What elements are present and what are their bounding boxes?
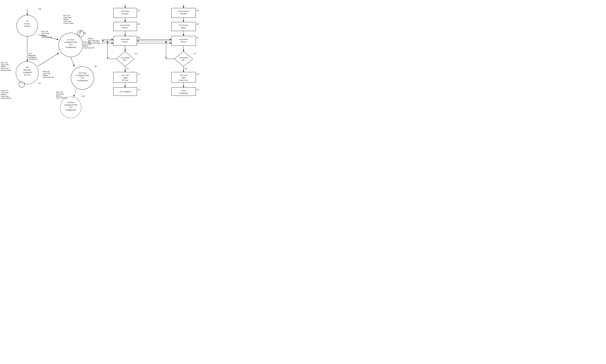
svg-text:Client Conf.: Client Conf. (179, 79, 188, 81)
label-190: 190 (38, 8, 41, 10)
svg-text:Configuration: Configuration (65, 109, 76, 111)
svg-text:Configured: Configured (23, 71, 32, 73)
svg-text:119: 119 (196, 73, 199, 75)
svg-text:No: No (107, 56, 109, 59)
node-190-text: AP (26, 20, 28, 22)
svg-text:AP's: AP's (81, 77, 84, 79)
svg-text:107: 107 (196, 23, 199, 25)
svg-text:Auto Link OK: Auto Link OK (83, 47, 94, 49)
svg-text:105: 105 (137, 23, 140, 25)
svg-text:Save and: Save and (122, 74, 129, 76)
svg-text:123: 123 (196, 89, 199, 91)
svg-text:AP Conf.: AP Conf. (122, 79, 129, 81)
svg-text:Association: Association (120, 38, 130, 40)
svg-text:2nd Client: 2nd Client (79, 72, 87, 74)
svg-text:Configured With: Configured With (64, 104, 77, 106)
svg-text:192: 192 (38, 82, 41, 84)
svg-text:Client: Client (181, 90, 186, 92)
svg-text:OK ?: OK ? (182, 59, 186, 61)
svg-line-35 (38, 53, 59, 66)
svg-text:Configured.: Configured. (179, 92, 188, 94)
svg-text:OK ?: OK ? (123, 59, 127, 61)
svg-text:Unsuccessful: Unsuccessful (63, 22, 74, 24)
svg-text:By User: By User (24, 74, 31, 76)
svg-text:Apply: Apply (123, 77, 128, 79)
svg-text:Association: Association (179, 56, 188, 59)
svg-text:121: 121 (137, 89, 140, 91)
svg-text:AP Configured: AP Configured (119, 91, 131, 93)
svg-text:115: 115 (193, 52, 196, 55)
svg-text:Configuration: Configuration (77, 79, 88, 81)
svg-line-36 (74, 89, 77, 97)
svg-text:Factory: Factory (24, 23, 30, 25)
svg-text:113: 113 (134, 52, 137, 55)
svg-text:AP's: AP's (69, 106, 72, 108)
svg-text:1st Client: 1st Client (67, 101, 75, 104)
diagram-container: AP Factory Default 190 1st Client Config… (0, 0, 202, 121)
svg-text:111: 111 (196, 37, 199, 39)
svg-text:Auto Link OK: Auto Link OK (56, 97, 67, 99)
svg-text:Client Factory: Client Factory (178, 10, 189, 12)
svg-text:Defaults: Defaults (122, 13, 128, 15)
svg-text:User Presses: User Presses (179, 24, 188, 26)
svg-text:Data Messages: Data Messages (88, 39, 100, 42)
svg-text:Yes: Yes (184, 67, 187, 70)
svg-text:Association: Association (179, 38, 188, 40)
svg-text:AP Via GUI: AP Via GUI (28, 58, 38, 60)
svg-text:Apply: Apply (181, 77, 186, 79)
svg-text:AP's: AP's (69, 44, 72, 46)
svg-text:User Presses: User Presses (120, 24, 130, 26)
svg-text:Yes: Yes (126, 67, 129, 70)
svg-text:Configured With: Configured With (76, 74, 89, 77)
svg-line-34 (71, 57, 74, 66)
svg-text:1st Client: 1st Client (67, 39, 75, 41)
ap-factory-defaults-label: AP Factory (121, 10, 130, 12)
svg-text:109: 109 (137, 37, 140, 39)
svg-text:Configuration: Configuration (65, 46, 76, 48)
svg-text:Unsuccessful: Unsuccessful (1, 97, 11, 99)
svg-text:Button: Button (181, 26, 186, 29)
svg-text:Default: Default (25, 25, 30, 27)
svg-text:Unsuccessful: Unsuccessful (1, 69, 11, 71)
svg-text:198: 198 (81, 95, 84, 97)
svg-text:Association: Association (120, 56, 130, 59)
svg-text:Button: Button (122, 26, 128, 29)
svg-text:Process: Process (181, 41, 186, 43)
svg-text:Initiate: Initiate (88, 37, 93, 39)
svg-text:101: 101 (137, 9, 140, 12)
svg-text:103: 103 (196, 9, 199, 12)
svg-text:Process: Process (122, 41, 128, 43)
svg-text:Save and: Save and (180, 74, 187, 76)
svg-text:196: 196 (94, 65, 97, 67)
svg-text:AP's: AP's (26, 66, 29, 68)
svg-text:117: 117 (137, 73, 140, 75)
svg-text:Auto Link OK: Auto Link OK (43, 76, 54, 78)
svg-text:Configured With: Configured With (64, 41, 77, 43)
svg-text:Status Messages: Status Messages (88, 42, 101, 44)
svg-text:Defaults: Defaults (180, 13, 187, 15)
svg-text:Auto Link OK: Auto Link OK (41, 36, 53, 38)
svg-text:Manually: Manually (24, 69, 31, 71)
